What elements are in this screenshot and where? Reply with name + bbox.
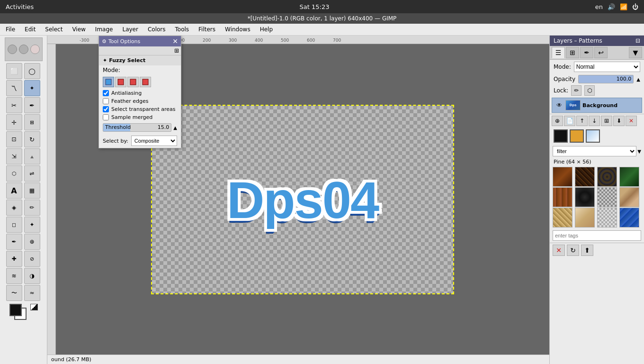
- color-box-blue[interactable]: [586, 129, 600, 143]
- scale-tool[interactable]: ⇲: [6, 148, 22, 164]
- pattern-4[interactable]: [619, 167, 639, 187]
- power-icon[interactable]: ⏻: [632, 3, 638, 10]
- fuzzy-select-tool[interactable]: ✦: [24, 80, 40, 96]
- dodge-burn-tool[interactable]: ◑: [24, 268, 40, 284]
- airbrush-tool[interactable]: ✦: [24, 217, 40, 233]
- layer-visibility-toggle[interactable]: 👁: [555, 101, 564, 109]
- menu-tools[interactable]: Tools: [171, 25, 193, 34]
- panel-menu-button[interactable]: ▼: [629, 47, 642, 58]
- menu-image[interactable]: Image: [91, 25, 117, 34]
- foreground-color[interactable]: [9, 304, 22, 316]
- pattern-2[interactable]: [575, 167, 595, 187]
- sample-merged-checkbox[interactable]: [103, 114, 109, 120]
- mode-replace[interactable]: [103, 77, 114, 87]
- align-tool[interactable]: ⊞: [24, 114, 40, 130]
- layer-row[interactable]: 👁 Dps Background: [552, 98, 642, 113]
- duplicate-layer-button[interactable]: ⊞: [601, 116, 612, 126]
- panel-expand-button[interactable]: ⊞: [174, 47, 179, 54]
- merge-layer-button[interactable]: ⬇: [613, 116, 625, 126]
- tags-input[interactable]: [553, 230, 641, 241]
- perspective-tool[interactable]: ⬡: [6, 165, 22, 182]
- ink-tool[interactable]: ✒: [6, 234, 22, 250]
- pattern-7[interactable]: [597, 187, 617, 207]
- lock-pixels-button[interactable]: ✏: [571, 85, 581, 96]
- move-layer-down-button[interactable]: ↓: [589, 116, 600, 126]
- text-tool[interactable]: A: [6, 182, 22, 199]
- layers-mode-select[interactable]: Normal Multiply Screen Overlay: [574, 62, 640, 72]
- paint-bucket-tool[interactable]: ▦: [24, 182, 40, 199]
- delete-pattern-button[interactable]: ✕: [553, 245, 565, 256]
- tab-channels[interactable]: ⊞: [566, 47, 579, 58]
- crop-tool[interactable]: ⊡: [6, 131, 22, 147]
- shear-tool[interactable]: ⟁: [24, 148, 40, 164]
- tab-paths[interactable]: ✒: [580, 47, 593, 58]
- menu-windows[interactable]: Windows: [221, 25, 254, 34]
- select-by-dropdown[interactable]: Composite Red Green Blue Alpha: [131, 136, 177, 146]
- menu-colors[interactable]: Colors: [144, 25, 170, 34]
- mode-intersect[interactable]: [140, 77, 151, 87]
- menu-layer[interactable]: Layer: [118, 25, 142, 34]
- smudge-tool[interactable]: 〜: [6, 285, 22, 301]
- mode-subtract[interactable]: [127, 77, 139, 87]
- color-picker-tool[interactable]: ✂: [6, 97, 22, 113]
- tab-layers[interactable]: ☰: [552, 47, 565, 58]
- activities-label[interactable]: Activities: [6, 3, 34, 10]
- menu-edit[interactable]: Edit: [21, 25, 39, 34]
- opacity-bar[interactable]: 100.0: [578, 75, 634, 83]
- blend-tool[interactable]: ◈: [6, 200, 22, 216]
- pattern-8[interactable]: [619, 187, 639, 207]
- pattern-9[interactable]: [553, 208, 572, 228]
- volume-icon[interactable]: 🔊: [608, 3, 615, 10]
- patterns-filter-select[interactable]: filter: [553, 146, 636, 156]
- move-layer-up-button[interactable]: ↑: [576, 116, 588, 126]
- filter-arrow[interactable]: ▼: [637, 149, 641, 154]
- clone-tool[interactable]: ⊕: [24, 234, 40, 250]
- mode-add[interactable]: [115, 77, 126, 87]
- menu-help[interactable]: Help: [256, 25, 277, 34]
- feather-edges-checkbox[interactable]: [103, 98, 109, 104]
- right-panel: Layers – Patterns ⊟ ☰ ⊞ ✒ ↩ ▼ Mode: Norm…: [549, 36, 644, 364]
- wifi-icon[interactable]: 📶: [620, 3, 627, 10]
- select-transparent-checkbox[interactable]: [103, 106, 109, 112]
- panel-expand-icon[interactable]: ⊟: [635, 37, 640, 44]
- opacity-arrow[interactable]: ▲: [636, 77, 640, 82]
- heal-tool[interactable]: ✚: [6, 251, 22, 267]
- menu-select[interactable]: Select: [41, 25, 66, 34]
- pattern-6[interactable]: [575, 187, 595, 207]
- pattern-1[interactable]: [553, 167, 572, 187]
- move-tool[interactable]: ✛: [6, 114, 22, 130]
- flip-tool[interactable]: ⇌: [24, 165, 40, 182]
- lock-alpha-button[interactable]: ⬡: [584, 85, 595, 96]
- export-pattern-button[interactable]: ⬆: [581, 245, 593, 256]
- eraser-tool[interactable]: ◻: [6, 217, 22, 233]
- pattern-10[interactable]: [575, 208, 595, 228]
- color-box-black[interactable]: [554, 129, 568, 143]
- perspective-clone-tool[interactable]: ⊘: [24, 251, 40, 267]
- new-layer-button[interactable]: 📄: [564, 116, 575, 126]
- menu-file[interactable]: File: [2, 25, 19, 34]
- panel-close-button[interactable]: ✕: [172, 37, 178, 45]
- pattern-5[interactable]: [553, 187, 572, 207]
- delete-layer-button[interactable]: ✕: [626, 116, 637, 126]
- rotate-tool[interactable]: ↻: [24, 131, 40, 147]
- swap-colors[interactable]: [30, 304, 38, 310]
- threshold-arrow-up[interactable]: ▲: [173, 125, 177, 130]
- pencil-tool[interactable]: ✒: [24, 97, 40, 113]
- menu-view[interactable]: View: [68, 25, 89, 34]
- new-layer-group-button[interactable]: ⊕: [552, 116, 563, 126]
- tab-undo[interactable]: ↩: [594, 47, 608, 58]
- paintbrush-tool[interactable]: ✏: [24, 200, 40, 216]
- menu-filters[interactable]: Filters: [195, 25, 219, 34]
- refresh-pattern-button[interactable]: ↻: [567, 245, 579, 256]
- rect-select-tool[interactable]: ⬜: [6, 63, 22, 79]
- free-select-tool[interactable]: 〽: [6, 80, 22, 96]
- threshold-bar[interactable]: Threshold 15.0: [103, 123, 171, 132]
- blur-tool[interactable]: ≋: [6, 268, 22, 284]
- ellipse-select-tool[interactable]: ◯: [24, 63, 40, 79]
- color-box-orange[interactable]: [570, 129, 584, 143]
- pattern-3[interactable]: [597, 167, 617, 187]
- warp-tool[interactable]: ≈: [24, 285, 40, 301]
- antialiasing-checkbox[interactable]: [103, 90, 109, 96]
- pattern-11[interactable]: [597, 208, 617, 228]
- pattern-12[interactable]: [619, 208, 639, 228]
